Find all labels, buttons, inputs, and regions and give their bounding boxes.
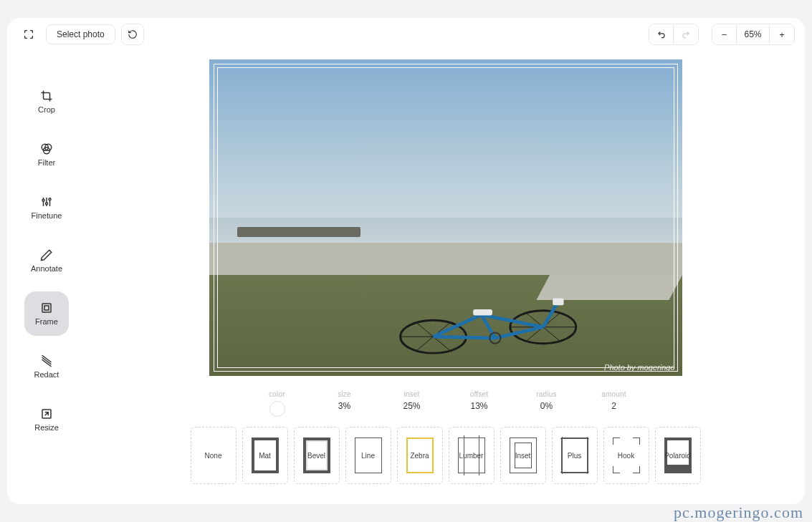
color-swatch[interactable] <box>269 401 285 417</box>
canvas[interactable]: Photo by mogeringo <box>209 59 682 376</box>
zoom-in-button[interactable]: + <box>770 24 794 44</box>
svg-point-3 <box>42 199 44 201</box>
param-label: inset <box>403 390 419 398</box>
style-none[interactable]: None <box>191 427 237 484</box>
param-size[interactable]: size 3% <box>325 390 364 411</box>
param-value: 3% <box>338 401 350 411</box>
history-icon <box>128 29 138 39</box>
site-watermark: pc.mogeringo.com <box>674 503 803 522</box>
zoom-out-button[interactable]: − <box>712 24 737 44</box>
style-zebra[interactable]: Zebra <box>397 427 443 484</box>
tool-label: Redact <box>34 370 59 379</box>
sidebar: Crop Filter Finetune Annotate Frame Reda… <box>7 51 86 504</box>
tool-frame[interactable]: Frame <box>24 291 69 336</box>
param-color[interactable]: color <box>258 390 297 417</box>
param-label: offset <box>470 390 488 398</box>
style-line[interactable]: Line <box>345 427 391 484</box>
param-offset[interactable]: offset 13% <box>460 390 499 411</box>
tool-label: Filter <box>38 158 55 167</box>
param-value: 0% <box>540 401 553 411</box>
main-panel: Photo by mogeringo color size 3% inset 2… <box>86 51 805 504</box>
tool-label: Crop <box>38 105 55 114</box>
svg-line-15 <box>416 337 433 350</box>
app-shell: Select photo − 65% + <box>7 18 805 504</box>
svg-rect-6 <box>42 304 51 312</box>
param-inset[interactable]: inset 25% <box>393 390 431 411</box>
frame-params: color size 3% inset 25% offset 13% radiu… <box>258 390 634 417</box>
body: Crop Filter Finetune Annotate Frame Reda… <box>7 51 805 504</box>
param-label: amount <box>601 390 626 398</box>
redo-icon <box>681 29 691 39</box>
param-label: color <box>269 390 285 398</box>
param-amount[interactable]: amount 2 <box>595 390 634 411</box>
svg-point-5 <box>49 198 51 200</box>
style-hook[interactable]: Hook <box>603 427 649 484</box>
style-mat[interactable]: Mat <box>242 427 288 484</box>
fullscreen-button[interactable] <box>17 24 40 45</box>
tool-redact[interactable]: Redact <box>24 344 69 389</box>
svg-rect-24 <box>553 298 563 305</box>
undo-icon <box>656 29 667 39</box>
fullscreen-icon <box>23 29 34 40</box>
svg-line-13 <box>416 323 433 337</box>
tool-crop[interactable]: Crop <box>24 79 69 124</box>
select-photo-button[interactable]: Select photo <box>46 24 115 44</box>
param-value: 13% <box>470 401 487 411</box>
tool-annotate[interactable]: Annotate <box>24 238 69 283</box>
undo-button[interactable] <box>649 24 674 44</box>
redo-button[interactable] <box>674 24 698 44</box>
param-label: size <box>338 390 351 398</box>
tool-label: Resize <box>34 423 59 432</box>
photo: Photo by mogeringo <box>209 59 682 376</box>
svg-line-16 <box>433 337 449 350</box>
style-plus[interactable]: Plus <box>552 427 598 484</box>
frame-styles: None Mat Bevel Line Zebra <box>191 427 701 484</box>
tool-label: Annotate <box>31 264 62 273</box>
param-radius[interactable]: radius 0% <box>527 390 566 411</box>
redact-icon <box>40 354 53 367</box>
tool-finetune[interactable]: Finetune <box>24 185 69 230</box>
photo-subject-bicycle <box>384 275 592 357</box>
style-lumber[interactable]: Lumber <box>449 427 495 484</box>
annotate-icon <box>40 248 53 261</box>
style-inset[interactable]: Inset <box>500 427 546 484</box>
tool-filter[interactable]: Filter <box>24 132 69 177</box>
revert-button[interactable] <box>121 24 144 45</box>
zoom-level: 65% <box>737 24 770 44</box>
style-bevel[interactable]: Bevel <box>294 427 340 484</box>
param-value: 25% <box>403 401 420 411</box>
zoom-group: − 65% + <box>712 24 795 45</box>
svg-line-22 <box>543 327 559 340</box>
crop-icon <box>40 90 53 102</box>
undo-redo-group <box>649 24 699 45</box>
style-polaroid[interactable]: Polaroid <box>655 427 701 484</box>
resize-icon <box>40 407 53 420</box>
param-value: 2 <box>611 401 616 411</box>
frame-icon <box>40 301 53 314</box>
finetune-icon <box>40 195 53 208</box>
photo-watermark: Photo by mogeringo <box>604 363 674 372</box>
topbar: Select photo − 65% + <box>7 18 805 51</box>
svg-point-4 <box>46 203 48 205</box>
tool-label: Finetune <box>32 211 62 220</box>
param-label: radius <box>536 390 556 398</box>
tool-label: Frame <box>35 317 58 326</box>
tool-resize[interactable]: Resize <box>24 397 69 442</box>
filter-icon <box>40 142 53 155</box>
svg-rect-7 <box>44 306 49 310</box>
svg-rect-23 <box>473 309 492 315</box>
